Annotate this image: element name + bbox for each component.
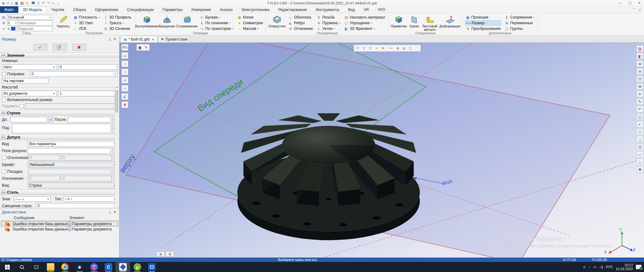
section-view-icon[interactable]: ⊟ (636, 144, 643, 150)
tab-electrical[interactable]: Электротехника (237, 6, 274, 13)
rotate-view-icon[interactable]: ↻ (636, 98, 643, 105)
cancel-button[interactable]: ✖ (72, 44, 86, 51)
snap-axis-icon[interactable]: ⊢ (389, 45, 394, 51)
deviation-checkbox[interactable] (2, 156, 6, 160)
pan-icon[interactable]: ✛ (636, 91, 643, 97)
row-offset-spinner[interactable]: 0▲▼ (36, 203, 117, 208)
deformation-button[interactable]: Деформация (439, 14, 461, 28)
tab-measure[interactable]: Измерение (187, 6, 215, 13)
workplane-icon[interactable]: ▱ (121, 77, 128, 83)
3d-section-button[interactable]: ⊟3D Сечение (103, 26, 132, 31)
dimension-button[interactable]: ⟷Размер▾ (465, 20, 502, 26)
sign-combo[interactable]: ⊢—⊣▼ (14, 196, 51, 202)
after-input[interactable] (68, 117, 111, 122)
zoom-all-icon[interactable]: ⊞ (636, 83, 643, 90)
ribbon-pin-icon[interactable]: ⌃ (633, 8, 636, 12)
scale-spinner[interactable]: 1▲▼ (58, 91, 117, 96)
tolerance-view-combo[interactable]: Строка▼ (28, 183, 117, 188)
print-icon[interactable]: ⎙ (37, 1, 40, 5)
draft-button[interactable]: ∠Уклон▾ (316, 26, 341, 31)
undo-icon[interactable]: ↶ (42, 1, 45, 5)
thread-button[interactable]: §Резьба (316, 15, 341, 20)
section-strings[interactable]: ∧∧Строки (0, 110, 119, 116)
tab-annotation[interactable]: Оформление (91, 6, 123, 13)
snap-edge-icon[interactable]: ⌒ (414, 45, 419, 51)
copy-button[interactable]: ▣Копия (236, 15, 264, 20)
pin-icon[interactable]: ⊥ (107, 37, 112, 41)
shading-mode-icon[interactable]: ◐ (636, 121, 643, 128)
notification-icon[interactable]: 2 (636, 265, 641, 269)
deviation-upper-input[interactable] (28, 155, 60, 161)
collapse-icon[interactable]: ∧∧ (1, 190, 5, 194)
diagnostics-row[interactable]: Ошибка открытия базы данных по... ▤Парам… (1, 227, 118, 231)
start-button[interactable] (0, 262, 14, 272)
close-panel-icon[interactable]: ✕ (112, 210, 117, 214)
pin-icon[interactable]: ⊥ (107, 210, 112, 214)
panel-scrollbar[interactable]: ▲ ▼ (114, 86, 119, 208)
volume-icon[interactable]: ◁) (599, 265, 603, 269)
welcome-tab[interactable]: ⚑ Приветствие (158, 36, 191, 42)
new-table-icon[interactable]: ▦ (20, 1, 24, 5)
boolean-button[interactable]: ⊕Булева▾ (199, 15, 234, 20)
taskbar-chrome[interactable] (58, 262, 72, 272)
view-options-icon[interactable]: ✎ (143, 45, 149, 50)
blend-button[interactable]: Сглаживание (176, 14, 198, 28)
tab-tools[interactable]: Инструменты (311, 6, 344, 13)
maximize-button[interactable]: ▢ (625, 1, 635, 5)
scale-mode-combo[interactable]: Из документа▼ (2, 91, 57, 96)
taskbar-steam[interactable]: ◉ (72, 262, 87, 272)
before-input[interactable] (10, 117, 47, 122)
macro-icon[interactable]: ▷ (52, 1, 55, 5)
route-button[interactable]: ⌇Трасса▾ (103, 20, 132, 26)
diagnostics-row[interactable]: Ошибка открытия базы данных по... ▤Парам… (1, 221, 118, 226)
tab-parameters[interactable]: Параметры (158, 6, 187, 13)
tray-chevron-icon[interactable]: ∧ (583, 265, 586, 269)
tolerance-kind-combo[interactable]: Все параметры▼ (28, 141, 117, 147)
correction-checkbox[interactable] (2, 72, 6, 76)
standard-views-icon[interactable]: ◱ (636, 113, 643, 120)
collapse-icon[interactable]: ∧∧ (1, 135, 5, 139)
scene-options-icon[interactable]: ✱ (636, 166, 643, 173)
filter-all-icon[interactable]: ▽ (355, 45, 361, 51)
transform-button[interactable]: ⇅Преобразование (465, 26, 502, 31)
workplanes-toggle-icon[interactable]: ▱ (636, 151, 643, 158)
filter-apply-icon[interactable]: ✓ (374, 45, 380, 51)
tab-bom[interactable]: Спецификации (123, 6, 158, 13)
tab-file[interactable]: Файл (0, 6, 18, 13)
close-panel-icon[interactable]: ✕ (112, 37, 117, 41)
3d-viewport[interactable]: Вид спереди верху Ø220 Y X Z P≡ ▭ ▫ ↕ ▱ … (119, 43, 644, 258)
tab-assembly[interactable]: Сборка (69, 6, 91, 13)
loft-button[interactable]: ≬По сечениям▾ (199, 20, 234, 26)
save-icon[interactable]: 🖪 (31, 1, 35, 5)
tab-view[interactable]: Вид (344, 6, 359, 13)
search-button[interactable] (14, 262, 29, 272)
taskbar-explorer[interactable] (43, 262, 58, 272)
variables-button[interactable]: ⊞Переменные (504, 20, 535, 26)
impeller-model[interactable] (237, 113, 420, 240)
trim-button[interactable]: ⊘Отсечение (288, 26, 314, 31)
deviation-lower-input[interactable] (61, 155, 112, 161)
snap-cylinder-icon[interactable]: ◎ (401, 45, 407, 51)
section-value[interactable]: ∧∧Значение (0, 53, 119, 58)
taskbar-utorrent[interactable]: µ (130, 262, 145, 272)
filter-clear-icon[interactable]: ✕ (380, 45, 386, 51)
network-icon[interactable]: ▭ (593, 265, 596, 269)
previous-view-icon[interactable]: ↶ (636, 106, 643, 112)
material-field[interactable] (19, 20, 52, 26)
zoom-in-icon[interactable]: ⊕ (636, 60, 643, 67)
groups-button[interactable]: ◫Группы (504, 26, 535, 31)
array-button[interactable]: ∷Массив▾ (236, 26, 264, 31)
section-tolerance[interactable]: ∧∧Допуск (0, 134, 119, 140)
under-input[interactable] (12, 124, 111, 133)
tab-edit[interactable]: Редактирование (274, 6, 311, 13)
taskbar-app-window[interactable] (145, 262, 159, 272)
sweep-button[interactable]: ↪По траектории▾ (199, 26, 234, 31)
shell-button[interactable]: ◒Оболочка (288, 15, 314, 20)
scene-settings-icon[interactable]: ▤ (636, 45, 643, 52)
font-combo[interactable]: Уменьшенный▼ (28, 162, 117, 167)
zoom-out-icon[interactable]: ⊖ (636, 68, 643, 75)
simplify-button[interactable]: ◻Упрощение▾ (343, 20, 386, 26)
3d-profile-button[interactable]: ʃ3D Профиль (103, 15, 132, 20)
view-camera-icon[interactable]: ▣ (137, 45, 143, 50)
fit-checkbox[interactable] (2, 170, 6, 174)
